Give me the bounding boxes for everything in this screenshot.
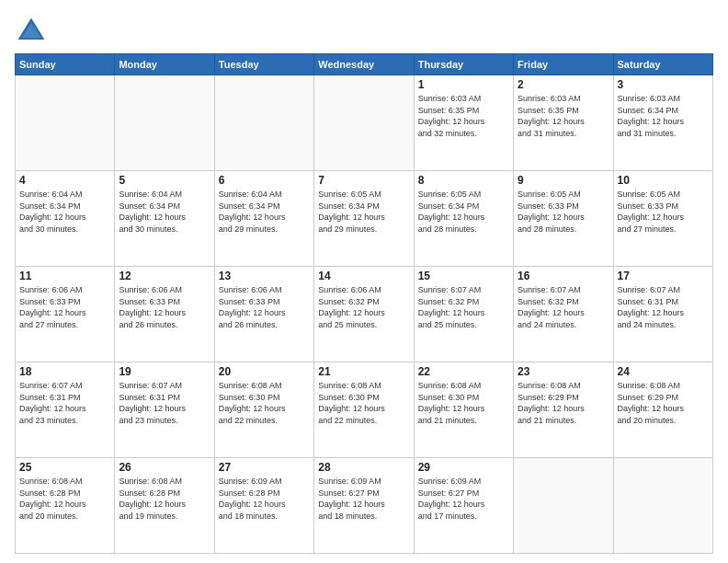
day-number: 11 [19, 270, 110, 282]
calendar-cell: 24Sunrise: 6:08 AM Sunset: 6:29 PM Dayli… [613, 362, 712, 458]
day-number: 25 [19, 461, 110, 474]
week-row: 1Sunrise: 6:03 AM Sunset: 6:35 PM Daylig… [16, 75, 713, 171]
calendar-cell: 2Sunrise: 6:03 AM Sunset: 6:35 PM Daylig… [514, 75, 613, 171]
calendar-cell: 19Sunrise: 6:07 AM Sunset: 6:31 PM Dayli… [115, 362, 214, 458]
calendar-day-header: Friday [514, 54, 613, 75]
day-number: 22 [418, 365, 509, 378]
calendar-day-header: Tuesday [214, 54, 313, 75]
calendar-day-header: Thursday [414, 54, 513, 75]
calendar-day-header: Sunday [16, 54, 115, 75]
day-detail: Sunrise: 6:06 AM Sunset: 6:33 PM Dayligh… [219, 284, 310, 330]
calendar-cell: 6Sunrise: 6:04 AM Sunset: 6:34 PM Daylig… [214, 171, 313, 267]
logo-icon [15, 15, 48, 48]
day-number: 23 [518, 365, 609, 378]
day-detail: Sunrise: 6:06 AM Sunset: 6:33 PM Dayligh… [119, 284, 210, 330]
day-number: 27 [219, 461, 310, 474]
day-detail: Sunrise: 6:06 AM Sunset: 6:33 PM Dayligh… [19, 284, 110, 330]
day-detail: Sunrise: 6:04 AM Sunset: 6:34 PM Dayligh… [19, 189, 110, 235]
calendar-cell: 28Sunrise: 6:09 AM Sunset: 6:27 PM Dayli… [314, 458, 414, 554]
calendar-header-row: SundayMondayTuesdayWednesdayThursdayFrid… [16, 54, 713, 75]
calendar-cell: 25Sunrise: 6:08 AM Sunset: 6:28 PM Dayli… [16, 458, 115, 554]
day-number: 20 [219, 365, 310, 378]
calendar-cell [314, 75, 414, 171]
calendar-day-header: Monday [115, 54, 214, 75]
day-detail: Sunrise: 6:09 AM Sunset: 6:27 PM Dayligh… [318, 476, 409, 522]
week-row: 25Sunrise: 6:08 AM Sunset: 6:28 PM Dayli… [16, 458, 713, 554]
calendar-cell: 13Sunrise: 6:06 AM Sunset: 6:33 PM Dayli… [214, 267, 313, 362]
day-number: 2 [518, 78, 609, 91]
calendar-cell: 14Sunrise: 6:06 AM Sunset: 6:32 PM Dayli… [314, 267, 414, 362]
day-detail: Sunrise: 6:07 AM Sunset: 6:31 PM Dayligh… [618, 284, 709, 330]
day-number: 18 [19, 365, 110, 378]
day-detail: Sunrise: 6:08 AM Sunset: 6:30 PM Dayligh… [318, 380, 409, 426]
day-detail: Sunrise: 6:03 AM Sunset: 6:34 PM Dayligh… [618, 93, 709, 139]
calendar-cell: 18Sunrise: 6:07 AM Sunset: 6:31 PM Dayli… [16, 362, 115, 458]
day-number: 15 [418, 270, 509, 282]
day-number: 13 [219, 270, 310, 282]
calendar-cell: 22Sunrise: 6:08 AM Sunset: 6:30 PM Dayli… [414, 362, 513, 458]
day-number: 8 [418, 174, 509, 187]
day-detail: Sunrise: 6:07 AM Sunset: 6:32 PM Dayligh… [518, 284, 609, 330]
calendar-cell: 27Sunrise: 6:09 AM Sunset: 6:28 PM Dayli… [214, 458, 313, 554]
week-row: 11Sunrise: 6:06 AM Sunset: 6:33 PM Dayli… [16, 267, 713, 362]
day-number: 21 [318, 365, 409, 378]
day-number: 26 [119, 461, 210, 474]
day-number: 29 [418, 461, 509, 474]
day-detail: Sunrise: 6:05 AM Sunset: 6:33 PM Dayligh… [518, 189, 609, 235]
calendar-cell [214, 75, 313, 171]
day-number: 6 [219, 174, 310, 187]
calendar-cell: 11Sunrise: 6:06 AM Sunset: 6:33 PM Dayli… [16, 267, 115, 362]
day-detail: Sunrise: 6:08 AM Sunset: 6:30 PM Dayligh… [219, 380, 310, 426]
day-number: 12 [119, 270, 210, 282]
calendar-cell: 3Sunrise: 6:03 AM Sunset: 6:34 PM Daylig… [613, 75, 712, 171]
calendar-cell [16, 75, 115, 171]
day-detail: Sunrise: 6:07 AM Sunset: 6:31 PM Dayligh… [119, 380, 210, 426]
day-detail: Sunrise: 6:08 AM Sunset: 6:30 PM Dayligh… [418, 380, 509, 426]
calendar-cell: 10Sunrise: 6:05 AM Sunset: 6:33 PM Dayli… [613, 171, 712, 267]
calendar-cell: 7Sunrise: 6:05 AM Sunset: 6:34 PM Daylig… [314, 171, 414, 267]
calendar-cell: 9Sunrise: 6:05 AM Sunset: 6:33 PM Daylig… [514, 171, 613, 267]
day-detail: Sunrise: 6:05 AM Sunset: 6:34 PM Dayligh… [418, 189, 509, 235]
day-number: 16 [518, 270, 609, 282]
calendar-day-header: Wednesday [314, 54, 414, 75]
day-detail: Sunrise: 6:09 AM Sunset: 6:28 PM Dayligh… [219, 476, 310, 522]
calendar-cell [613, 458, 712, 554]
week-row: 18Sunrise: 6:07 AM Sunset: 6:31 PM Dayli… [16, 362, 713, 458]
calendar-cell: 29Sunrise: 6:09 AM Sunset: 6:27 PM Dayli… [414, 458, 513, 554]
day-number: 17 [618, 270, 709, 282]
logo [15, 15, 51, 48]
calendar-table: SundayMondayTuesdayWednesdayThursdayFrid… [15, 53, 713, 554]
calendar-cell: 4Sunrise: 6:04 AM Sunset: 6:34 PM Daylig… [16, 171, 115, 267]
calendar-cell: 20Sunrise: 6:08 AM Sunset: 6:30 PM Dayli… [214, 362, 313, 458]
page: SundayMondayTuesdayWednesdayThursdayFrid… [0, 0, 728, 563]
day-number: 19 [119, 365, 210, 378]
day-detail: Sunrise: 6:07 AM Sunset: 6:32 PM Dayligh… [418, 284, 509, 330]
day-number: 28 [318, 461, 409, 474]
calendar-cell: 16Sunrise: 6:07 AM Sunset: 6:32 PM Dayli… [514, 267, 613, 362]
day-detail: Sunrise: 6:09 AM Sunset: 6:27 PM Dayligh… [418, 476, 509, 522]
day-number: 9 [518, 174, 609, 187]
day-number: 24 [618, 365, 709, 378]
day-number: 10 [618, 174, 709, 187]
calendar-cell [115, 75, 214, 171]
calendar-cell: 8Sunrise: 6:05 AM Sunset: 6:34 PM Daylig… [414, 171, 513, 267]
day-detail: Sunrise: 6:04 AM Sunset: 6:34 PM Dayligh… [219, 189, 310, 235]
day-number: 3 [618, 78, 709, 91]
calendar-cell: 1Sunrise: 6:03 AM Sunset: 6:35 PM Daylig… [414, 75, 513, 171]
day-number: 5 [119, 174, 210, 187]
day-detail: Sunrise: 6:03 AM Sunset: 6:35 PM Dayligh… [518, 93, 609, 139]
day-detail: Sunrise: 6:08 AM Sunset: 6:29 PM Dayligh… [618, 380, 709, 426]
day-detail: Sunrise: 6:05 AM Sunset: 6:33 PM Dayligh… [618, 189, 709, 235]
calendar-cell: 12Sunrise: 6:06 AM Sunset: 6:33 PM Dayli… [115, 267, 214, 362]
calendar-day-header: Saturday [613, 54, 712, 75]
day-number: 4 [19, 174, 110, 187]
day-detail: Sunrise: 6:05 AM Sunset: 6:34 PM Dayligh… [318, 189, 409, 235]
day-detail: Sunrise: 6:07 AM Sunset: 6:31 PM Dayligh… [19, 380, 110, 426]
calendar-cell [514, 458, 613, 554]
calendar-cell: 5Sunrise: 6:04 AM Sunset: 6:34 PM Daylig… [115, 171, 214, 267]
day-detail: Sunrise: 6:04 AM Sunset: 6:34 PM Dayligh… [119, 189, 210, 235]
day-detail: Sunrise: 6:08 AM Sunset: 6:28 PM Dayligh… [119, 476, 210, 522]
day-detail: Sunrise: 6:06 AM Sunset: 6:32 PM Dayligh… [318, 284, 409, 330]
calendar-cell: 23Sunrise: 6:08 AM Sunset: 6:29 PM Dayli… [514, 362, 613, 458]
calendar-cell: 26Sunrise: 6:08 AM Sunset: 6:28 PM Dayli… [115, 458, 214, 554]
